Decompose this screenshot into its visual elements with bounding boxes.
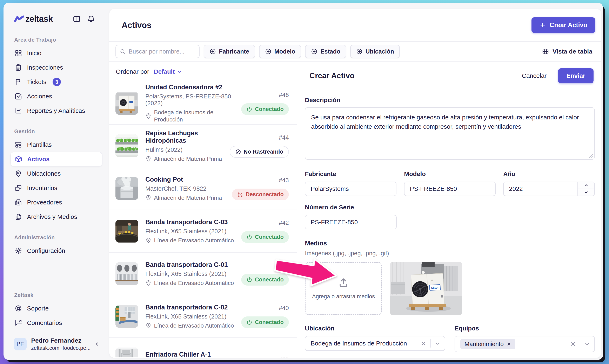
- power-icon: [246, 106, 252, 112]
- chart-line-icon: [15, 107, 22, 115]
- sort-dropdown[interactable]: Default: [154, 68, 182, 75]
- asset-name: Banda transportadora C-03: [145, 219, 234, 226]
- clear-icon[interactable]: [570, 341, 576, 347]
- sidebar-item-label: Plantillas: [27, 141, 52, 148]
- asset-row[interactable]: Unidad Condensadora #2 PolarSystems, PS-…: [109, 82, 297, 125]
- asset-location: Línea de Envasado Automático: [145, 322, 234, 329]
- sidebar-item-comentarios[interactable]: Comentarios: [11, 316, 102, 330]
- asset-location: Bodega de Insumos de Producción: [145, 109, 234, 123]
- asset-thumbnail-conveyor-warehouse: [115, 305, 138, 328]
- create-asset-button[interactable]: Crear Activo: [531, 17, 595, 33]
- stepper-down-button[interactable]: [578, 189, 594, 195]
- sidebar-item-label: Inventarios: [27, 184, 57, 192]
- nav-workspace: Inicio Inspecciones Tickets 3 Acciones R…: [11, 46, 102, 118]
- avatar: PF: [14, 338, 27, 351]
- ubicacion-value: Bodega de Insumos de Producción: [311, 340, 417, 347]
- sidebar-item-activos[interactable]: Activos: [11, 152, 102, 166]
- user-menu[interactable]: PF Pedro Fernandez zeltask.com+foodco.pe…: [11, 337, 102, 351]
- submit-button[interactable]: Enviar: [558, 68, 594, 83]
- content-split: Ordenar por Default Unidad Condensadora …: [109, 62, 601, 357]
- table-view-button[interactable]: Vista de tabla: [542, 48, 595, 55]
- asset-row[interactable]: Enfriadora Chiller A-1 CapKold Manufactu…: [109, 338, 297, 357]
- panel-toggle-icon[interactable]: [73, 15, 81, 23]
- uploaded-image-condenser[interactable]: Mitor: [390, 262, 462, 315]
- filter-ubicacion-button[interactable]: Ubicación: [350, 45, 400, 58]
- power-icon: [246, 234, 252, 240]
- descripcion-textarea[interactable]: Se usa para condensar el refrigerante ga…: [305, 107, 595, 160]
- fabricante-input[interactable]: PolarSystems: [305, 182, 396, 196]
- filter-fabricante-button[interactable]: Fabricante: [204, 45, 255, 58]
- sidebar-item-ubicaciones[interactable]: Ubicaciones: [11, 166, 102, 181]
- sidebar-item-plantillas[interactable]: Plantillas: [11, 138, 102, 152]
- asset-row[interactable]: Banda transportadora C-01 FlexLink, X65 …: [109, 253, 297, 295]
- asset-meta: PolarSystems, PS-FREEZE-850 (2022): [145, 93, 234, 107]
- sidebar-item-inspecciones[interactable]: Inspecciones: [11, 60, 102, 75]
- anio-input[interactable]: 2022: [503, 182, 595, 196]
- sidebar-item-reportes[interactable]: Reportes y Analíticas: [11, 104, 102, 118]
- building-icon: [15, 199, 22, 206]
- sidebar-item-tickets[interactable]: Tickets 3: [11, 75, 102, 89]
- form-header: Crear Activo Cancelar Enviar: [297, 62, 601, 90]
- media-dropzone[interactable]: Agrega o arrastra medios: [305, 262, 382, 315]
- chevron-down-icon: [584, 190, 589, 195]
- asset-name: Banda transportadora C-01: [145, 261, 234, 269]
- tickets-count-badge: 3: [53, 78, 61, 86]
- ban-icon: [235, 149, 241, 155]
- anio-label: Año: [503, 170, 595, 178]
- asset-row[interactable]: Banda transportadora C-03 FlexLink, X65 …: [109, 210, 297, 253]
- equipos-multiselect[interactable]: Mantenimiento: [455, 336, 595, 352]
- page-title: Activos: [122, 21, 152, 30]
- sidebar-item-label: Inicio: [27, 50, 42, 57]
- sidebar-item-acciones[interactable]: Acciones: [11, 89, 102, 104]
- numero-serie-input[interactable]: PS-FREEZE-850: [305, 215, 397, 229]
- asset-id: #41: [279, 262, 289, 269]
- sidebar-item-soporte[interactable]: Soporte: [11, 301, 102, 316]
- nav-zeltask: Soporte Comentarios: [11, 301, 102, 330]
- modelo-input[interactable]: PS-FREEZE-850: [404, 182, 496, 196]
- section-label-gestion: Gestión: [11, 128, 102, 135]
- asset-thumbnail-conveyor-dark: [115, 220, 138, 243]
- page-header: Activos Crear Activo: [109, 9, 601, 42]
- bell-icon[interactable]: [87, 15, 95, 23]
- nav-administracion: Configuración: [11, 244, 102, 258]
- chevron-down-icon[interactable]: [584, 341, 590, 347]
- asset-row[interactable]: Cooking Pot MasterChef, TEK-9822 Almacén…: [109, 167, 297, 210]
- ubicacion-label: Ubicación: [305, 325, 445, 332]
- stepper-up-button[interactable]: [578, 182, 594, 189]
- asset-thumbnail-condenser: [115, 92, 138, 115]
- logo: zeltask: [11, 14, 102, 24]
- status-badge: Conectado: [241, 231, 289, 243]
- chevron-down-icon[interactable]: [434, 340, 441, 347]
- asset-meta: MasterChef, TEK-9822: [145, 185, 225, 192]
- check-square-icon: [15, 93, 22, 100]
- message-share-icon: [15, 319, 22, 326]
- filter-estado-button[interactable]: Estado: [305, 45, 346, 58]
- sidebar-item-label: Tickets: [27, 78, 46, 85]
- sidebar-item-label: Ubicaciones: [27, 170, 61, 177]
- asset-id: #39: [279, 356, 289, 357]
- status-badge: No Rastreando: [230, 146, 289, 158]
- map-pin-icon: [145, 113, 152, 119]
- chip-remove-icon[interactable]: [507, 342, 511, 346]
- sidebar-item-configuracion[interactable]: Configuración: [11, 244, 102, 258]
- sidebar-item-archivos[interactable]: Archivos y Medios: [11, 209, 102, 224]
- search-input[interactable]: [129, 48, 195, 55]
- asset-row[interactable]: Banda transportadora C-02 FlexLink, X65 …: [109, 295, 297, 338]
- flag-icon: [15, 78, 22, 86]
- section-label-workspace: Area de Trabajo: [11, 37, 102, 43]
- power-icon: [246, 319, 252, 325]
- sidebar-item-inventarios[interactable]: Inventarios: [11, 181, 102, 195]
- sidebar-item-inicio[interactable]: Inicio: [11, 46, 102, 60]
- sidebar-item-proveedores[interactable]: Proveedores: [11, 195, 102, 209]
- ubicacion-select[interactable]: Bodega de Insumos de Producción: [305, 336, 445, 351]
- cancel-button[interactable]: Cancelar: [522, 72, 547, 79]
- asset-thumbnail-chiller: [115, 348, 138, 357]
- clear-icon[interactable]: [420, 340, 427, 347]
- equipos-label: Equipos: [455, 325, 595, 332]
- asset-row[interactable]: Repisa Lechugas Hidropónicas Hüllms (202…: [109, 125, 297, 167]
- status-badge: Desconectado: [232, 189, 289, 200]
- asset-name: Unidad Condensadora #2: [145, 84, 234, 91]
- divider: [430, 339, 431, 348]
- map-pin-icon: [145, 280, 152, 286]
- filter-modelo-button[interactable]: Modelo: [259, 45, 301, 58]
